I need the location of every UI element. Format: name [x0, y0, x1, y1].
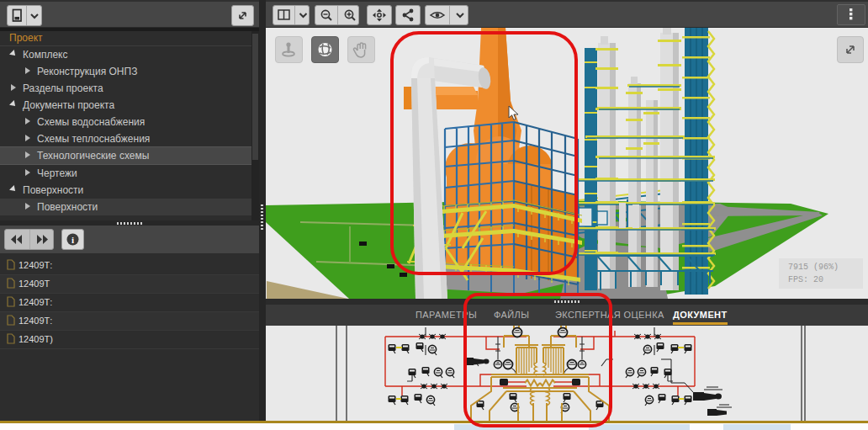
svg-text:i: i — [71, 235, 74, 245]
